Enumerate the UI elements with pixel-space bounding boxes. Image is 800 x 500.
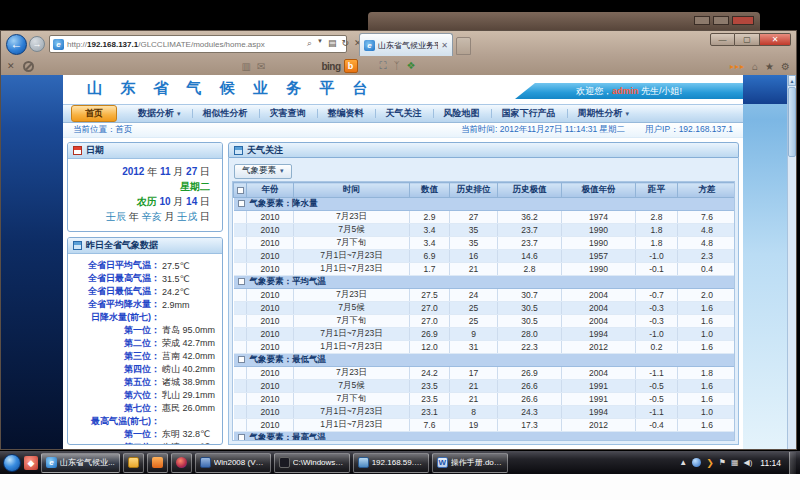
select-all-checkbox[interactable] [237, 187, 244, 194]
close-icon[interactable] [732, 16, 754, 25]
taskbar-window-1[interactable]: Win2008 (VS2... [195, 453, 271, 473]
table-row[interactable]: 20101月1日~7月23日12.03122.320120.21.6 [234, 341, 736, 354]
action-center-flag-icon[interactable]: ⚑ [719, 458, 726, 467]
start-button[interactable] [3, 454, 21, 472]
text-segment: 月 [171, 196, 187, 207]
table-row[interactable]: 20107月5候23.52126.61991-0.51.6 [234, 380, 736, 393]
table-row[interactable]: 20107月1日~7月23日6.91614.61957-1.02.3 [234, 250, 736, 263]
window-icon [200, 457, 211, 468]
home-icon[interactable]: ⌂ [752, 61, 758, 72]
group-checkbox[interactable] [238, 434, 245, 441]
settings-gear-icon[interactable]: ⚙ [781, 61, 790, 72]
minimize-button[interactable]: — [710, 33, 735, 46]
taskbar-app-button-2[interactable] [171, 453, 192, 473]
group-checkbox[interactable] [238, 356, 245, 363]
screen: ← → e http://192.168.137.1/GLCCLIMATE/mo… [0, 0, 800, 500]
volume-icon[interactable]: ◀) [744, 458, 753, 467]
scroll-up-icon[interactable]: ▲ [788, 75, 796, 86]
bing-search-button[interactable]: b [344, 59, 358, 73]
minimize-icon[interactable] [694, 16, 710, 25]
table-row[interactable]: 20101月1日~7月23日1.7212.81990-0.10.4 [234, 263, 736, 276]
group-row: 气象要素：平均气温 [234, 276, 736, 289]
column-header-5[interactable]: 历史极值 [498, 183, 562, 198]
more-tools-icon[interactable]: ▸▸▸ [730, 62, 745, 71]
window-controls: — ▢ ✕ [710, 33, 791, 46]
stat-value: 莒南 42.0mm [160, 350, 216, 363]
menu-item-1[interactable]: 首页 [71, 105, 117, 122]
table-row[interactable]: 20107月下旬27.02530.52004-0.31.6 [234, 315, 736, 328]
user-ip: 用户IP：192.168.137.1 [645, 124, 733, 136]
taskbar-folder-button[interactable] [123, 453, 144, 473]
cards-icon[interactable]: ▥ [242, 61, 251, 72]
maximize-icon[interactable] [713, 16, 729, 25]
taskbar-window-3[interactable]: 192.168.59.99... [353, 453, 429, 473]
column-header-8[interactable]: 方差 [678, 183, 736, 198]
menu-item-8[interactable]: 国家下行产品 [491, 107, 567, 120]
menu-item-7[interactable]: 风险地图 [433, 107, 491, 120]
table-row[interactable]: 20107月下旬3.43523.719901.84.8 [234, 237, 736, 250]
back-button[interactable]: ← [6, 34, 27, 55]
group-checkbox[interactable] [238, 200, 245, 207]
mail-icon[interactable]: ✉ [257, 61, 265, 72]
close-button[interactable]: ✕ [760, 33, 791, 46]
tab-close-icon[interactable]: ✕ [441, 41, 448, 50]
table-row[interactable]: 20107月23日27.52430.72004-0.72.0 [234, 289, 736, 302]
column-header-7[interactable]: 距平 [636, 183, 678, 198]
table-row[interactable]: 20107月23日2.92736.219742.87.6 [234, 211, 736, 224]
table-row[interactable]: 20107月5候27.02530.52004-0.31.6 [234, 302, 736, 315]
menu-item-5[interactable]: 整编资料 [317, 107, 375, 120]
taskbar-window-ie[interactable]: e 山东省气候业... [41, 453, 120, 473]
table-row[interactable]: 20107月下旬23.52126.61991-0.51.6 [234, 393, 736, 406]
browser-tab[interactable]: e 山东省气候业务平... ✕ [359, 33, 453, 56]
window-icon [358, 457, 369, 468]
menu-item-2[interactable]: 数据分析▾ [127, 107, 192, 120]
element-selector-button[interactable]: 气象要素 ▾ [234, 164, 292, 179]
refresh-icon[interactable]: ↻ [342, 38, 350, 49]
column-header-1[interactable]: 年份 [247, 183, 294, 198]
compat-icon[interactable]: ▤ [328, 38, 337, 49]
table-row[interactable]: 20101月1日~7月23日7.61917.32012-0.41.6 [234, 419, 736, 432]
taskbar-clock[interactable]: 11:14 [760, 458, 781, 468]
taskbar-app-button-1[interactable] [147, 453, 168, 473]
broadcast-icon[interactable]: ᛉ [394, 60, 400, 72]
favorites-star-icon[interactable]: ★ [765, 61, 774, 72]
table-row[interactable]: 20107月1日~7月23日26.9928.01994-1.01.0 [234, 328, 736, 341]
table-row[interactable]: 20107月1日~7月23日23.1824.31994-1.11.0 [234, 406, 736, 419]
camera-icon[interactable]: ⛶ [380, 60, 387, 72]
group-checkbox[interactable] [238, 278, 245, 285]
taskbar-window-2[interactable]: C:\Windows\s... [274, 453, 350, 473]
bing-search[interactable]: bing b [321, 59, 357, 73]
weather-panel-title: 昨日全省气象数据 [86, 239, 158, 252]
network-icon[interactable]: ▦ [731, 458, 739, 467]
show-desktop-button[interactable] [789, 452, 796, 474]
stat-label: 第二位： [70, 441, 160, 445]
menu-item-6[interactable]: 天气关注 [375, 107, 433, 120]
table-row[interactable]: 20107月5候3.43523.719901.84.8 [234, 224, 736, 237]
tray-sphere-icon[interactable] [692, 458, 701, 467]
column-header-2[interactable]: 时间 [294, 183, 410, 198]
tray-app-icon[interactable]: ❯ [706, 458, 714, 468]
address-bar[interactable]: e http://192.168.137.1/GLCCLIMATE/module… [49, 35, 347, 53]
url-text[interactable]: http://192.168.137.1/GLCCLIMATE/modules/… [67, 40, 265, 49]
hidden-icons-arrow[interactable]: ▲ [679, 458, 687, 467]
maximize-button[interactable]: ▢ [735, 33, 760, 46]
new-tab-button[interactable] [456, 37, 471, 55]
stat-value: 荣成 42.7mm [160, 337, 216, 350]
menu-item-4[interactable]: 灾害查询 [259, 107, 317, 120]
plugin-icon[interactable]: ❖ [407, 60, 416, 72]
pinned-app-icon[interactable]: ◆ [24, 456, 38, 470]
taskbar-window-4[interactable]: W操作手册.docx ... [432, 453, 508, 473]
scrollbar-thumb[interactable] [788, 87, 796, 157]
column-header-3[interactable]: 数值 [410, 183, 450, 198]
menu-item-9[interactable]: 周期性分析▾ [567, 107, 641, 120]
search-icon[interactable]: ⌕ [307, 38, 312, 49]
menu-item-3[interactable]: 相似性分析 [192, 107, 259, 120]
column-header-4[interactable]: 历史排位 [450, 183, 498, 198]
close-addon-icon[interactable]: ✕ [7, 61, 15, 71]
site-title: 山 东 省 气 候 业 务 平 台 [87, 79, 374, 98]
table-row[interactable]: 20107月23日24.21726.92004-1.11.8 [234, 367, 736, 380]
page-scrollbar[interactable]: ▲ [787, 75, 796, 449]
forward-button[interactable]: → [29, 36, 45, 52]
chevron-down-icon[interactable]: ▼ [317, 38, 323, 49]
column-header-6[interactable]: 极值年份 [562, 183, 636, 198]
